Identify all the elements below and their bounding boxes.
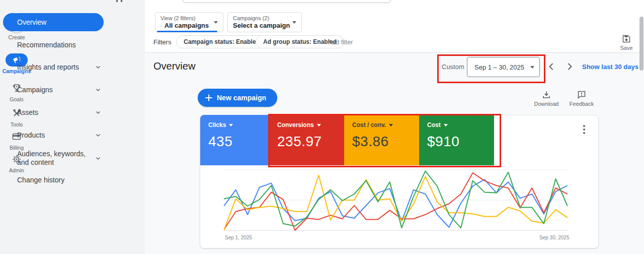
series-cost	[224, 171, 568, 228]
campaign-select-dropdown[interactable]: Campaigns (2) Select a campaign	[227, 12, 302, 32]
scorecard-label: Conversions	[277, 121, 314, 129]
nav-item-label: Assets	[17, 108, 38, 116]
x-axis-end-label: Sep 30, 2025	[539, 235, 570, 240]
scorecard-label: Cost	[427, 121, 441, 129]
chevron-down-icon	[292, 21, 296, 24]
date-range-value: Sep 1 – 30, 2025	[474, 64, 524, 71]
chevron-down-icon	[317, 124, 321, 126]
date-range-picker[interactable]: Sep 1 – 30, 2025	[467, 57, 540, 77]
scorecard-conversions[interactable]: Conversions 235.97	[269, 115, 344, 165]
chevron-down-icon	[96, 156, 101, 161]
kebab-dot	[583, 125, 585, 127]
save-button[interactable]: Save	[618, 34, 635, 51]
nav-item-label: Insights and reports	[17, 63, 79, 71]
chevron-down-icon	[530, 66, 534, 69]
nav-item-products[interactable]: Products	[3, 131, 108, 140]
feedback-button[interactable]: Feedback	[568, 90, 596, 107]
nav-item-audiences-keywords-content[interactable]: Audiences, keywords, and content	[3, 149, 108, 167]
create-label: Create	[8, 34, 25, 40]
new-campaign-label: New campaign	[217, 94, 266, 102]
chevron-down-icon	[444, 124, 448, 126]
chevron-down-icon	[96, 87, 101, 92]
nav-item-label: Products	[17, 131, 45, 139]
secondary-nav	[33, 0, 145, 254]
feedback-icon	[577, 90, 586, 99]
nav-item-campaigns[interactable]: Campaigns	[3, 85, 108, 94]
nav-item-insights-and-reports[interactable]: Insights and reports	[3, 62, 108, 72]
rail-label: Goals	[10, 96, 23, 102]
chevron-down-icon	[214, 21, 218, 24]
vertical-scrollbar-thumb[interactable]	[639, 17, 643, 71]
performance-line-chart[interactable]	[224, 168, 568, 233]
nav-item-label: Audiences, keywords, and content	[17, 150, 96, 167]
chevron-down-icon	[229, 124, 233, 126]
save-icon	[622, 34, 631, 43]
new-campaign-button[interactable]: New campaign	[198, 89, 277, 107]
download-label: Download	[534, 101, 559, 107]
view-dropdown-value: All campaigns	[165, 22, 209, 29]
nav-item-recommendations[interactable]: Recommendations	[3, 40, 108, 49]
scorecard-value: $3.86	[352, 134, 419, 150]
home-icon	[160, 22, 162, 29]
view-filter-dropdown[interactable]: View (2 filters) All campaigns	[155, 12, 223, 32]
x-axis-start-label: Sep 1, 2025	[225, 235, 252, 240]
nav-item-change-history[interactable]: Change history	[3, 175, 108, 184]
download-icon	[542, 90, 551, 99]
series-conversions	[224, 173, 568, 230]
nav-item-label: Recommendations	[17, 41, 76, 49]
nav-item-label: Campaigns	[17, 86, 53, 94]
download-button[interactable]: Download	[532, 90, 560, 107]
scorecard-cost-per-conv[interactable]: Cost / conv. $3.86	[344, 115, 419, 165]
scorecard-cost[interactable]: Cost $910	[419, 115, 494, 165]
scorecard-value: $910	[427, 134, 494, 150]
view-dropdown-label: View (2 filters)	[160, 15, 209, 21]
save-label: Save	[620, 45, 632, 51]
date-mode-label: Custom	[442, 63, 464, 71]
scorecards-row: Clicks 435 Conversions 235.97 Cost / con…	[200, 115, 494, 165]
chevron-down-icon	[96, 110, 101, 115]
show-last-30-days-link[interactable]: Show last 30 days	[582, 63, 638, 71]
rail-label: Admin	[9, 167, 24, 173]
active-view-underline	[157, 31, 217, 32]
rail-label: Tools	[11, 121, 23, 128]
kebab-dot	[583, 132, 585, 134]
scorecard-value: 435	[208, 134, 269, 150]
campaign-dropdown-value: Select a campaign	[233, 22, 290, 29]
nav-item-label: Change history	[17, 176, 64, 184]
series-cost-conv-	[224, 175, 568, 230]
kebab-dot	[583, 129, 585, 131]
scorecard-clicks[interactable]: Clicks 435	[200, 115, 269, 165]
nav-item-assets[interactable]: Assets	[3, 108, 108, 117]
search-box-cutoff[interactable]	[182, 0, 391, 3]
campaign-dropdown-label: Campaigns (2)	[233, 15, 287, 21]
scorecard-label: Cost / conv.	[352, 121, 386, 129]
chevron-down-icon	[96, 133, 101, 138]
filter-chip-campaign-status[interactable]: Campaign status: Enabled	[176, 35, 267, 48]
filters-label: Filters	[153, 38, 171, 46]
add-filter-button[interactable]: Add filter	[328, 39, 353, 46]
next-period-button[interactable]	[565, 61, 575, 72]
chevron-down-icon	[389, 124, 393, 126]
scorecard-value: 235.97	[277, 134, 344, 150]
chevron-down-icon	[96, 65, 101, 70]
scorecard-label: Clicks	[208, 121, 226, 129]
plus-icon	[205, 94, 213, 102]
feedback-label: Feedback	[570, 101, 594, 107]
card-menu-button[interactable]	[581, 124, 588, 135]
nav-item-overview[interactable]: Overview	[3, 13, 104, 31]
previous-period-button[interactable]	[546, 61, 556, 72]
page-title: Overview	[153, 60, 195, 72]
